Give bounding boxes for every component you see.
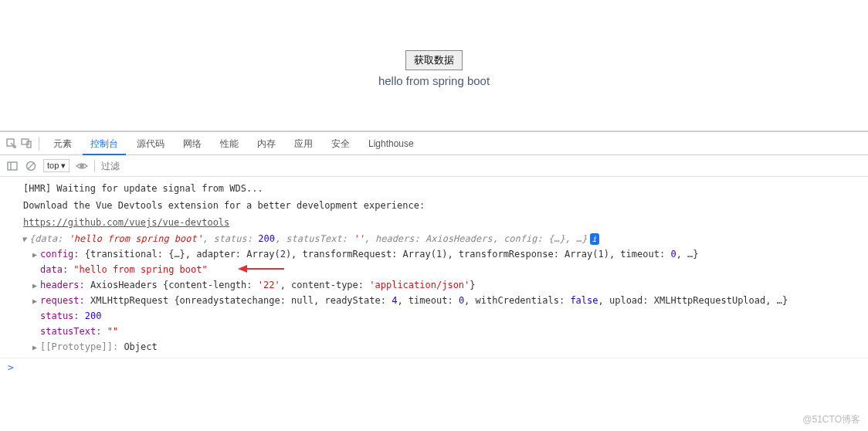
tab-application[interactable]: 应用 (287, 132, 320, 155)
separator (94, 160, 95, 172)
device-toggle-icon[interactable] (20, 137, 32, 150)
console-toolbar: top ▾ (0, 155, 868, 177)
caret-down-icon[interactable] (22, 233, 28, 245)
caret-right-icon[interactable] (32, 341, 39, 353)
inspect-icon[interactable] (5, 137, 17, 150)
tab-performance[interactable]: 性能 (212, 132, 246, 155)
devtools-panel: 元素 控制台 源代码 网络 性能 内存 应用 安全 Lighthouse top… (0, 131, 868, 376)
tab-console[interactable]: 控制台 (83, 132, 126, 155)
filter-input[interactable] (101, 161, 862, 171)
tab-security[interactable]: 安全 (324, 132, 358, 155)
sidebar-toggle-icon[interactable] (6, 160, 19, 172)
log-devtools-msg: Download the Vue Devtools extension for … (0, 197, 868, 214)
object-summary[interactable]: {data: 'hello from spring boot', status:… (22, 231, 868, 246)
tab-elements[interactable]: 元素 (46, 132, 80, 155)
console-output: [HMR] Waiting for update signal from WDS… (0, 177, 868, 358)
prop-status[interactable]: status: 200 (22, 308, 868, 324)
prop-headers[interactable]: headers: AxiosHeaders {content-length: '… (22, 277, 868, 293)
caret-right-icon[interactable] (32, 295, 39, 307)
prop-config[interactable]: config: {transitional: {…}, adapter: Arr… (22, 246, 868, 262)
tab-lighthouse[interactable]: Lighthouse (361, 132, 422, 155)
eye-icon[interactable] (76, 160, 88, 172)
separator (39, 137, 39, 151)
tab-sources[interactable]: 源代码 (129, 132, 172, 155)
prop-request[interactable]: request: XMLHttpRequest {onreadystatecha… (22, 293, 868, 308)
caret-right-icon[interactable] (32, 249, 39, 260)
log-devtools-link: https://github.com/vuejs/vue-devtools (0, 214, 868, 231)
object-dump[interactable]: {data: 'hello from spring boot', status:… (0, 231, 868, 355)
svg-line-6 (28, 163, 34, 169)
response-text: hello from spring boot (0, 74, 868, 87)
console-prompt[interactable]: > (0, 358, 868, 376)
page-viewport: 获取数据 hello from spring boot (0, 0, 868, 131)
prop-data[interactable]: data: "hello from spring boot" (22, 262, 868, 277)
caret-right-icon[interactable] (32, 280, 39, 291)
prop-prototype[interactable]: [[Prototype]]: Object (22, 339, 868, 355)
devtools-link[interactable]: https://github.com/vuejs/vue-devtools (23, 217, 229, 228)
svg-point-7 (80, 165, 83, 168)
fetch-data-button[interactable]: 获取数据 (405, 50, 463, 70)
prop-statustext[interactable]: statusText: "" (22, 324, 868, 339)
annotation-arrow-icon (238, 263, 284, 274)
svg-rect-3 (8, 162, 17, 170)
tab-memory[interactable]: 内存 (249, 132, 283, 155)
tab-network[interactable]: 网络 (175, 132, 209, 155)
devtools-tab-bar: 元素 控制台 源代码 网络 性能 内存 应用 安全 Lighthouse (0, 132, 868, 155)
context-selector[interactable]: top ▾ (43, 159, 70, 172)
info-badge-icon[interactable]: i (590, 233, 599, 245)
svg-marker-9 (238, 265, 247, 273)
clear-console-icon[interactable] (25, 160, 37, 172)
log-hmr: [HMR] Waiting for update signal from WDS… (0, 180, 868, 197)
